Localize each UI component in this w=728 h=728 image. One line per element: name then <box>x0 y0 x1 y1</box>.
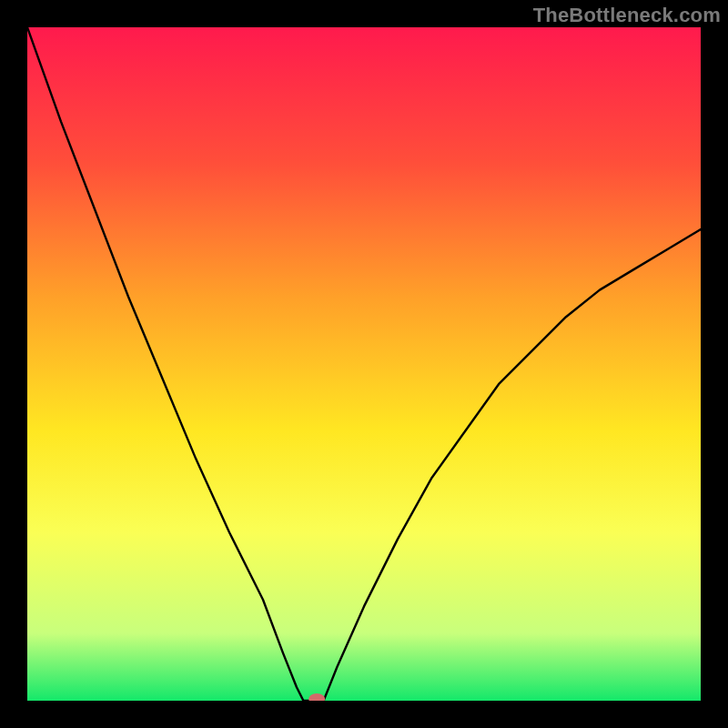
chart-frame: TheBottleneck.com <box>0 0 728 728</box>
chart-plot <box>27 27 701 701</box>
gradient-bg <box>27 27 701 701</box>
chart-svg <box>27 27 701 701</box>
watermark-text: TheBottleneck.com <box>533 4 721 27</box>
